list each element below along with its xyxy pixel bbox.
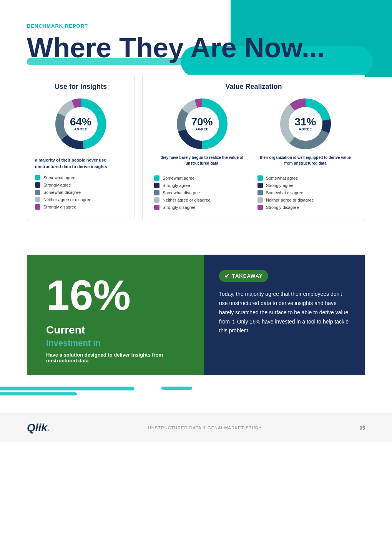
card-use-for-insights: Use for Insights xyxy=(27,75,135,220)
r2-legend-somewhat-disagree: Somewhat disagree xyxy=(257,190,353,195)
benchmark-label: BENCHMARK REPORT xyxy=(27,23,365,29)
r1-label-strongly-agree: Strongly agree xyxy=(163,183,190,188)
qlik-logo-dot: . xyxy=(47,422,50,434)
right-card-donuts: 70% AGREE they have barely begun to real… xyxy=(150,97,357,172)
r2-dot-strongly-agree xyxy=(257,183,263,188)
legend-label-strongly-agree: Strongly agree xyxy=(43,183,71,187)
r1-legend-strongly-disagree: Strongly disagree xyxy=(154,205,250,210)
takeaway-badge: ✔ TAKEAWAY xyxy=(219,270,268,282)
donut-right-2-desc: their organization is well equipped to d… xyxy=(254,155,357,166)
legend-dot-strongly-agree xyxy=(35,182,40,188)
donut-left-percent: 64% xyxy=(70,117,91,127)
donut-right-2-center: 31% AGREE xyxy=(294,117,316,131)
r1-dot-neither xyxy=(154,197,159,203)
legend-label-somewhat-agree: Somewhat agree xyxy=(43,175,75,180)
teal-bar-3 xyxy=(161,387,192,390)
qlik-logo-text: Qlik xyxy=(27,422,47,434)
r1-dot-somewhat-agree xyxy=(154,175,159,181)
teal-bar-2 xyxy=(0,392,77,395)
donut-right-2-percent: 31% xyxy=(294,117,316,127)
donut-right-1-percent: 70% xyxy=(191,117,213,127)
r1-label-strongly-disagree: Strongly disagree xyxy=(163,205,196,210)
legend-dot-somewhat-agree xyxy=(35,175,40,180)
page-title: Where They Are Now... xyxy=(27,33,365,63)
r2-dot-neither xyxy=(257,197,263,203)
legend-item-strongly-agree: Strongly agree xyxy=(35,182,126,188)
donut-right-2-agree: AGREE xyxy=(294,127,316,131)
r1-legend-somewhat-agree: Somewhat agree xyxy=(154,175,250,181)
takeaway-label: TAKEAWAY xyxy=(232,273,263,279)
donut-right-1-desc: they have barely begun to realize the va… xyxy=(150,155,254,166)
right-legend-col-1: Somewhat agree Strongly agree Somewhat d… xyxy=(150,175,254,212)
cards-row: Use for Insights xyxy=(27,75,365,220)
legend-item-somewhat-agree: Somewhat agree xyxy=(35,175,126,180)
r1-label-somewhat-agree: Somewhat agree xyxy=(163,176,194,180)
bottom-left-panel: 16% Current Investment in Have a solutio… xyxy=(27,255,204,375)
legend-item-neither: Neither agree or disagree xyxy=(35,197,126,202)
r2-label-somewhat-agree: Somewhat agree xyxy=(266,176,298,180)
donut-left: 64% AGREE xyxy=(54,97,108,151)
legend-dot-somewhat-disagree xyxy=(35,190,40,195)
right-legend-col-2: Somewhat agree Strongly agree Somewhat d… xyxy=(254,175,357,212)
r2-legend-strongly-agree: Strongly agree xyxy=(257,183,353,188)
legend-label-somewhat-disagree: Somewhat disagree xyxy=(43,190,81,195)
r2-legend-strongly-disagree: Strongly disagree xyxy=(257,205,353,210)
r2-label-neither: Neither agree or disagree xyxy=(266,198,314,202)
donut-right-1-agree: AGREE xyxy=(191,127,213,131)
teal-bar-1 xyxy=(0,387,135,390)
takeaway-check-icon: ✔ xyxy=(224,272,230,280)
page-number: 05 xyxy=(360,425,365,431)
legend-dot-strongly-disagree xyxy=(35,204,40,210)
r2-label-strongly-agree: Strongly agree xyxy=(266,183,294,188)
current-desc: Have a solution designed to deliver insi… xyxy=(46,352,184,364)
donut-right-1-center: 70% AGREE xyxy=(191,117,213,131)
r1-dot-strongly-disagree xyxy=(154,205,159,210)
legend-item-strongly-disagree: Strongly disagree xyxy=(35,204,126,210)
donut-left-container: 64% AGREE xyxy=(35,97,126,151)
r2-label-somewhat-disagree: Somewhat disagree xyxy=(266,190,303,195)
donut-right-1: 70% AGREE xyxy=(175,97,229,151)
r2-dot-somewhat-agree xyxy=(257,175,263,181)
donut-right-2: 31% AGREE xyxy=(279,97,332,151)
bottom-section: 16% Current Investment in Have a solutio… xyxy=(27,255,365,375)
r2-legend-somewhat-agree: Somewhat agree xyxy=(257,175,353,181)
teal-brushstrokes-area xyxy=(0,383,392,406)
r1-label-somewhat-disagree: Somewhat disagree xyxy=(163,190,200,195)
donut-left-center: 64% AGREE xyxy=(70,117,91,131)
card-left-description: a majority of their people never use uns… xyxy=(35,157,126,170)
r1-dot-strongly-agree xyxy=(154,183,159,188)
legend-label-strongly-disagree: Strongly disagree xyxy=(43,205,76,209)
r1-legend-strongly-agree: Strongly agree xyxy=(154,183,250,188)
right-donut-col-2: 31% AGREE their organization is well equ… xyxy=(254,97,357,172)
footer-tagline: UNSTRUCTURED DATA & GENAI MARKET STUDY xyxy=(148,425,262,430)
card-left-legend: Somewhat agree Strongly agree Somewhat d… xyxy=(35,175,126,210)
card-right-title: Value Realization xyxy=(150,83,357,91)
legend-item-somewhat-disagree: Somewhat disagree xyxy=(35,190,126,195)
card-left-title: Use for Insights xyxy=(35,83,126,91)
bottom-right-panel: ✔ TAKEAWAY Today, the majority agree tha… xyxy=(204,255,365,375)
r2-dot-strongly-disagree xyxy=(257,205,263,210)
r2-legend-neither: Neither agree or disagree xyxy=(257,197,353,203)
qlik-logo: Qlik. xyxy=(27,422,50,434)
legend-label-neither: Neither agree or disagree xyxy=(43,197,91,202)
r1-legend-somewhat-disagree: Somewhat disagree xyxy=(154,190,250,195)
page-title-text: Where They Are Now... xyxy=(27,32,325,63)
donut-left-agree: AGREE xyxy=(70,127,91,131)
takeaway-text: Today, the majority agree that their emp… xyxy=(219,290,350,335)
footer: Qlik. UNSTRUCTURED DATA & GENAI MARKET S… xyxy=(0,414,392,442)
investment-label: Investment in xyxy=(46,338,184,348)
card-value-realization: Value Realization 70% xyxy=(142,75,365,220)
big-percent: 16% xyxy=(46,274,184,316)
current-label: Current xyxy=(46,324,184,336)
r2-label-strongly-disagree: Strongly disagree xyxy=(266,205,299,210)
r1-label-neither: Neither agree or disagree xyxy=(163,198,211,202)
legend-dot-neither xyxy=(35,197,40,202)
r2-dot-somewhat-disagree xyxy=(257,190,263,195)
r1-legend-neither: Neither agree or disagree xyxy=(154,197,250,203)
right-donut-col-1: 70% AGREE they have barely begun to real… xyxy=(150,97,254,172)
r1-dot-somewhat-disagree xyxy=(154,190,159,195)
right-card-legends: Somewhat agree Strongly agree Somewhat d… xyxy=(150,175,357,212)
